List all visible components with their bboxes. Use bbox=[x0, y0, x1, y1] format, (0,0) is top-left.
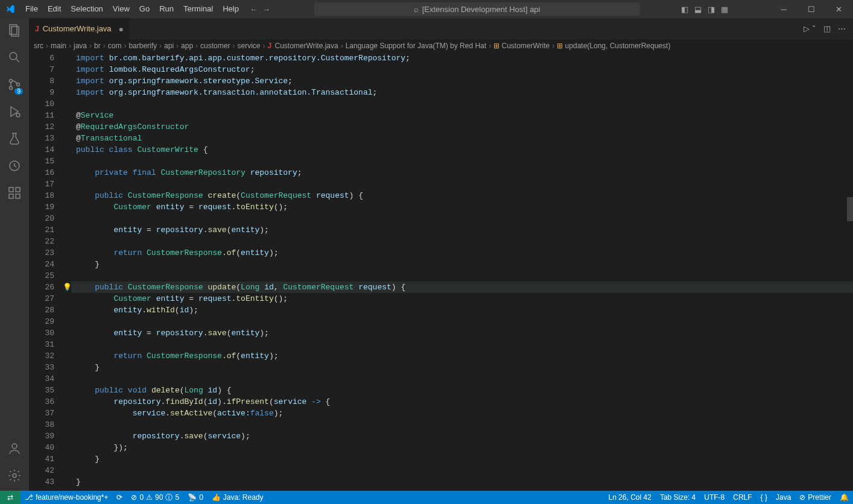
tab-close-icon[interactable]: ● bbox=[119, 24, 124, 34]
info-icon: ⓘ bbox=[165, 493, 173, 503]
cursor-position[interactable]: Ln 26, Col 42 bbox=[604, 491, 655, 504]
maximize-icon[interactable]: ☐ bbox=[798, 5, 825, 14]
svg-point-6 bbox=[16, 113, 20, 117]
close-icon[interactable]: ✕ bbox=[825, 5, 853, 14]
menu-terminal[interactable]: Terminal bbox=[179, 0, 218, 18]
encoding[interactable]: UTF-8 bbox=[700, 491, 729, 504]
editor-tabs: J CustomerWrite.java ● ▷ ˅ ◫ ⋯ bbox=[29, 18, 853, 39]
vertical-scrollbar[interactable] bbox=[845, 52, 853, 491]
thumbs-up-icon: 👍 bbox=[212, 493, 221, 502]
breadcrumb-item[interactable]: barberify bbox=[128, 42, 157, 50]
java-file-icon: J bbox=[35, 25, 39, 33]
menu-go[interactable]: Go bbox=[135, 0, 154, 18]
window-controls: ─ ☐ ✕ bbox=[770, 5, 853, 14]
menu-help[interactable]: Help bbox=[218, 0, 244, 18]
lang-brackets[interactable]: { } bbox=[756, 491, 772, 504]
search-text: [Extension Development Host] api bbox=[422, 5, 541, 14]
svg-point-13 bbox=[13, 474, 16, 477]
antenna-icon: 📡 bbox=[188, 493, 197, 502]
breadcrumb-item[interactable]: app bbox=[181, 42, 193, 50]
svg-point-4 bbox=[10, 87, 13, 90]
menu-run[interactable]: Run bbox=[154, 0, 179, 18]
ports[interactable]: 📡0 bbox=[183, 491, 208, 504]
nav-back-icon[interactable]: ← bbox=[250, 5, 258, 14]
customize-layout-icon[interactable]: ▦ bbox=[721, 5, 728, 14]
remote-explorer-icon[interactable] bbox=[7, 159, 22, 175]
search-icon: ⌕ bbox=[414, 5, 419, 14]
run-debug-icon[interactable] bbox=[7, 104, 22, 121]
git-branch[interactable]: ⎇feature/new-booking*+ bbox=[21, 491, 112, 504]
language-mode[interactable]: Java bbox=[772, 491, 795, 504]
scroll-thumb[interactable] bbox=[847, 197, 853, 221]
notifications-icon[interactable]: 🔔 bbox=[836, 491, 853, 504]
split-editor-icon[interactable]: ◫ bbox=[823, 24, 831, 33]
error-icon: ⊘ bbox=[131, 493, 137, 502]
breadcrumb-item[interactable]: Language Support for Java(TM) by Red Hat bbox=[346, 42, 486, 50]
breadcrumb-item[interactable]: java bbox=[74, 42, 87, 50]
prettier[interactable]: ⊘Prettier bbox=[795, 491, 836, 504]
remote-icon: ⇄ bbox=[7, 493, 13, 502]
vscode-logo-icon bbox=[0, 4, 21, 14]
breadcrumb-item[interactable]: ⊞ CustomerWrite bbox=[493, 42, 550, 50]
menu-edit[interactable]: Edit bbox=[43, 0, 66, 18]
tab-customerwrite[interactable]: J CustomerWrite.java ● bbox=[29, 18, 130, 39]
branch-icon: ⎇ bbox=[25, 493, 33, 502]
code-content[interactable]: import br.com.barberify.api.app.customer… bbox=[71, 52, 853, 491]
breadcrumb-item[interactable]: com bbox=[108, 42, 122, 50]
breadcrumb-item[interactable]: customer bbox=[200, 42, 230, 50]
breadcrumb-item[interactable]: main bbox=[51, 42, 66, 50]
menu-file[interactable]: File bbox=[21, 0, 43, 18]
breadcrumbs[interactable]: src›main›java›br›com›barberify›api›app›c… bbox=[29, 39, 853, 52]
editor-area: J CustomerWrite.java ● ▷ ˅ ◫ ⋯ src›main›… bbox=[29, 18, 853, 491]
breadcrumb-item[interactable]: api bbox=[164, 42, 174, 50]
warning-icon: ⚠ bbox=[146, 493, 153, 502]
run-icon[interactable]: ▷ ˅ bbox=[804, 24, 816, 33]
breadcrumb-item[interactable]: br bbox=[94, 42, 101, 50]
search-icon[interactable] bbox=[7, 50, 22, 66]
svg-rect-10 bbox=[16, 194, 20, 198]
sync-icon: ⟳ bbox=[116, 493, 122, 502]
svg-point-12 bbox=[12, 444, 17, 449]
eol[interactable]: CRLF bbox=[729, 491, 756, 504]
main-menu: FileEditSelectionViewGoRunTerminalHelp bbox=[21, 0, 244, 18]
svg-point-3 bbox=[10, 80, 13, 83]
titlebar: FileEditSelectionViewGoRunTerminalHelp ←… bbox=[0, 0, 853, 18]
breadcrumb-item[interactable]: service bbox=[237, 42, 260, 50]
menu-view[interactable]: View bbox=[108, 0, 135, 18]
indentation[interactable]: Tab Size: 4 bbox=[656, 491, 700, 504]
svg-rect-9 bbox=[9, 194, 13, 198]
menu-selection[interactable]: Selection bbox=[66, 0, 107, 18]
line-number-gutter: 6789101112131415161718192021222324252627… bbox=[29, 52, 63, 491]
breadcrumb-item[interactable]: J CustomerWrite.java bbox=[267, 42, 338, 50]
testing-icon[interactable] bbox=[7, 131, 22, 148]
more-actions-icon[interactable]: ⋯ bbox=[838, 24, 846, 33]
accounts-icon[interactable] bbox=[7, 441, 22, 458]
tab-filename: CustomerWrite.java bbox=[43, 24, 112, 33]
nav-forward-icon[interactable]: → bbox=[262, 5, 270, 14]
statusbar: ⇄ ⎇feature/new-booking*+ ⟳ ⊘0 ⚠90 ⓘ5 📡0 … bbox=[0, 491, 853, 504]
explorer-icon[interactable] bbox=[7, 23, 22, 39]
scm-badge: 9 bbox=[14, 88, 23, 95]
remote-indicator[interactable]: ⇄ bbox=[0, 491, 21, 504]
toggle-panel-icon[interactable]: ⬓ bbox=[694, 5, 702, 14]
settings-gear-icon[interactable] bbox=[7, 468, 22, 485]
problems[interactable]: ⊘0 ⚠90 ⓘ5 bbox=[127, 491, 183, 504]
minimize-icon[interactable]: ─ bbox=[770, 5, 798, 14]
source-control-icon[interactable]: 9 bbox=[7, 77, 22, 93]
breadcrumb-item[interactable]: src bbox=[34, 42, 43, 50]
check-icon: ⊘ bbox=[799, 493, 805, 502]
svg-rect-8 bbox=[9, 187, 13, 192]
nav-arrows: ← → bbox=[244, 5, 276, 14]
extensions-icon[interactable] bbox=[7, 186, 22, 202]
activity-bar: 9 bbox=[0, 18, 29, 491]
layout-controls: ◧ ⬓ ◨ ▦ bbox=[677, 5, 732, 14]
toggle-secondary-sidebar-icon[interactable]: ◨ bbox=[708, 5, 715, 14]
code-editor[interactable]: 6789101112131415161718192021222324252627… bbox=[29, 52, 853, 491]
command-center[interactable]: ⌕ [Extension Development Host] api bbox=[314, 2, 640, 16]
breadcrumb-item[interactable]: ⊞ update(Long, CustomerRequest) bbox=[557, 42, 670, 50]
toggle-primary-sidebar-icon[interactable]: ◧ bbox=[681, 5, 688, 14]
sync-button[interactable]: ⟳ bbox=[112, 491, 127, 504]
java-status[interactable]: 👍Java: Ready bbox=[208, 491, 268, 504]
svg-point-2 bbox=[10, 52, 17, 60]
svg-rect-11 bbox=[16, 187, 20, 192]
